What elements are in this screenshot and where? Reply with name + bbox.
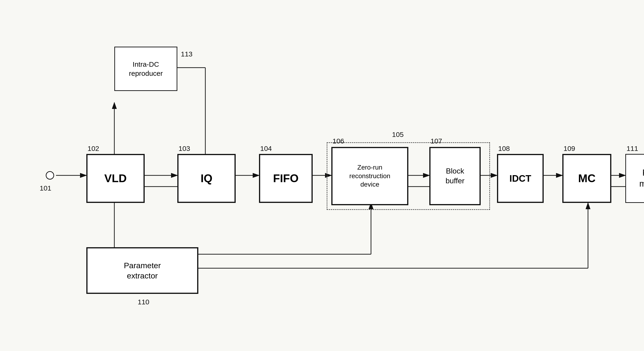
iq-label: IQ	[201, 171, 212, 186]
input-terminal	[46, 171, 54, 180]
mc-label: MC	[578, 171, 596, 186]
parameter-extractor-block: Parameterextractor	[86, 247, 198, 294]
idct-ref: 108	[498, 145, 510, 153]
intra-dc-ref: 113	[181, 50, 192, 58]
fifo-ref: 104	[260, 145, 272, 153]
intra-dc-block: Intra-DCreproducer	[114, 47, 177, 91]
zero-run-block: Zero-runreconstructiondevice	[331, 147, 408, 205]
iq-ref: 103	[178, 145, 190, 153]
block-buffer-ref: 107	[430, 137, 442, 145]
block-buffer-label: Blockbuffer	[446, 166, 464, 186]
idct-label: IDCT	[509, 172, 531, 184]
vld-ref: 102	[88, 145, 99, 153]
idct-block: IDCT	[497, 154, 544, 203]
parameter-extractor-label: Parameterextractor	[124, 260, 161, 281]
vld-block: VLD	[86, 154, 145, 203]
mc-block: MC	[562, 154, 611, 203]
zero-run-label: Zero-runreconstructiondevice	[349, 163, 390, 189]
frame-memory-label: Framememory	[639, 167, 644, 189]
parameter-extractor-ref: 110	[138, 298, 149, 306]
input-terminal-label: 101	[40, 184, 51, 192]
frame-memory-block: Framememory	[625, 154, 644, 203]
fifo-label: FIFO	[273, 171, 298, 186]
zero-run-ref: 106	[332, 137, 344, 145]
iq-block: IQ	[177, 154, 236, 203]
diagram-container: 101 VLD 102 IQ 103 FIFO 104 105 Zero-run…	[0, 0, 644, 351]
intra-dc-label: Intra-DCreproducer	[129, 60, 163, 78]
vld-label: VLD	[104, 171, 127, 186]
frame-memory-ref: 111	[626, 145, 638, 153]
dashed-group-ref: 105	[392, 131, 404, 139]
fifo-block: FIFO	[259, 154, 313, 203]
mc-ref: 109	[564, 145, 575, 153]
block-buffer-block: Blockbuffer	[429, 147, 481, 205]
